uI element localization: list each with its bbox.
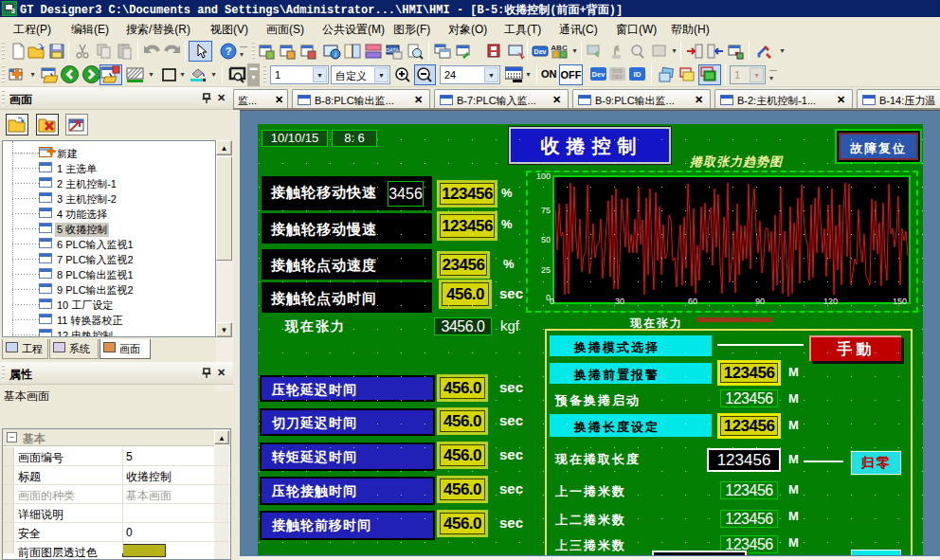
- svg-text:?: ?: [226, 45, 232, 57]
- svg-text:Dev: Dev: [592, 70, 606, 79]
- svg-text:i: i: [334, 50, 336, 59]
- svg-text:Dev: Dev: [534, 48, 547, 55]
- svg-text:DEV: DEV: [612, 74, 623, 80]
- svg-text:ID: ID: [634, 70, 642, 79]
